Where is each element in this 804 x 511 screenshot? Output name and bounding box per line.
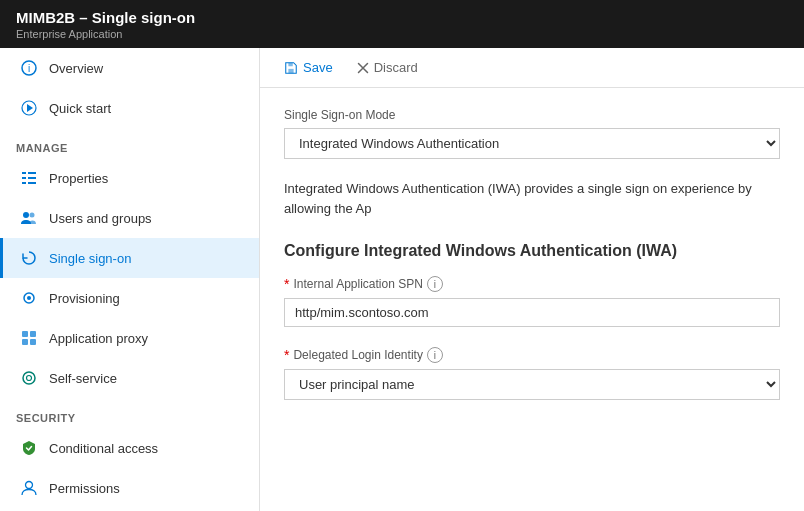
spn-field-group: * Internal Application SPN i <box>284 276 780 327</box>
login-identity-select[interactable]: User principal name <box>284 369 780 400</box>
sidebar-properties-label: Properties <box>49 171 108 186</box>
sidebar-sso-label: Single sign-on <box>49 251 131 266</box>
provisioning-icon <box>19 288 39 308</box>
manage-section-label: MANAGE <box>0 128 259 158</box>
svg-rect-14 <box>22 331 28 337</box>
svg-point-11 <box>30 213 35 218</box>
users-groups-icon <box>19 208 39 228</box>
security-section-label: SECURITY <box>0 398 259 428</box>
spn-label-row: * Internal Application SPN i <box>284 276 780 292</box>
sidebar-item-users-groups[interactable]: Users and groups <box>0 198 259 238</box>
save-icon <box>284 61 298 75</box>
single-sign-on-icon <box>19 248 39 268</box>
content-area: Single Sign-on Mode Integrated Windows A… <box>260 88 804 440</box>
save-button[interactable]: Save <box>280 58 337 77</box>
sidebar-item-quickstart[interactable]: Quick start <box>0 88 259 128</box>
sidebar-item-application-proxy[interactable]: Application proxy <box>0 318 259 358</box>
login-identity-info-icon[interactable]: i <box>427 347 443 363</box>
svg-rect-17 <box>30 339 36 345</box>
sidebar-quickstart-label: Quick start <box>49 101 111 116</box>
toolbar: Save Discard <box>260 48 804 88</box>
svg-rect-7 <box>28 177 36 179</box>
sso-mode-label: Single Sign-on Mode <box>284 108 780 122</box>
svg-point-10 <box>23 212 29 218</box>
header-subtitle: Enterprise Application <box>16 28 788 40</box>
svg-rect-21 <box>288 68 293 72</box>
svg-rect-6 <box>22 177 26 179</box>
sidebar-users-groups-label: Users and groups <box>49 211 152 226</box>
sidebar-item-conditional-access[interactable]: Conditional access <box>0 428 259 468</box>
sidebar-item-overview[interactable]: i Overview <box>0 48 259 88</box>
svg-rect-9 <box>28 182 36 184</box>
svg-point-13 <box>27 296 31 300</box>
discard-button[interactable]: Discard <box>353 58 422 77</box>
svg-text:i: i <box>28 63 30 74</box>
spn-required-star: * <box>284 276 289 292</box>
login-identity-label: Delegated Login Identity <box>293 348 422 362</box>
configure-iwa-title: Configure Integrated Windows Authenticat… <box>284 242 780 260</box>
app-header: MIMB2B – Single sign-on Enterprise Appli… <box>0 0 804 48</box>
sidebar-item-provisioning[interactable]: Provisioning <box>0 278 259 318</box>
svg-marker-3 <box>27 104 33 112</box>
spn-label: Internal Application SPN <box>293 277 422 291</box>
sso-mode-select[interactable]: Integrated Windows Authentication <box>284 128 780 159</box>
self-service-icon <box>19 368 39 388</box>
spn-input[interactable] <box>284 298 780 327</box>
sidebar-overview-label: Overview <box>49 61 103 76</box>
svg-rect-4 <box>22 172 26 174</box>
conditional-access-icon <box>19 438 39 458</box>
header-title: MIMB2B – Single sign-on <box>16 9 788 26</box>
login-identity-label-row: * Delegated Login Identity i <box>284 347 780 363</box>
sidebar-provisioning-label: Provisioning <box>49 291 120 306</box>
sidebar-self-service-label: Self-service <box>49 371 117 386</box>
login-identity-required-star: * <box>284 347 289 363</box>
spn-info-icon[interactable]: i <box>427 276 443 292</box>
overview-icon: i <box>19 58 39 78</box>
sidebar-item-permissions[interactable]: Permissions <box>0 468 259 508</box>
svg-rect-5 <box>28 172 36 174</box>
main-content: Save Discard Single Sign-on Mode Integra… <box>260 48 804 511</box>
svg-point-20 <box>26 482 33 489</box>
sidebar-conditional-access-label: Conditional access <box>49 441 158 456</box>
iwa-description: Integrated Windows Authentication (IWA) … <box>284 179 780 218</box>
sso-mode-field: Single Sign-on Mode Integrated Windows A… <box>284 108 780 159</box>
svg-point-19 <box>27 376 32 381</box>
quickstart-icon <box>19 98 39 118</box>
sidebar-permissions-label: Permissions <box>49 481 120 496</box>
permissions-icon <box>19 478 39 498</box>
sidebar-app-proxy-label: Application proxy <box>49 331 148 346</box>
login-identity-field-group: * Delegated Login Identity i User princi… <box>284 347 780 400</box>
sidebar-item-properties[interactable]: Properties <box>0 158 259 198</box>
svg-rect-16 <box>22 339 28 345</box>
svg-rect-8 <box>22 182 26 184</box>
sidebar: i Overview Quick start MANAGE <box>0 48 260 511</box>
properties-icon <box>19 168 39 188</box>
svg-point-18 <box>23 372 35 384</box>
svg-rect-15 <box>30 331 36 337</box>
discard-icon <box>357 62 369 74</box>
sidebar-item-single-sign-on[interactable]: Single sign-on <box>0 238 259 278</box>
sidebar-item-self-service[interactable]: Self-service <box>0 358 259 398</box>
svg-rect-22 <box>288 62 292 66</box>
application-proxy-icon <box>19 328 39 348</box>
